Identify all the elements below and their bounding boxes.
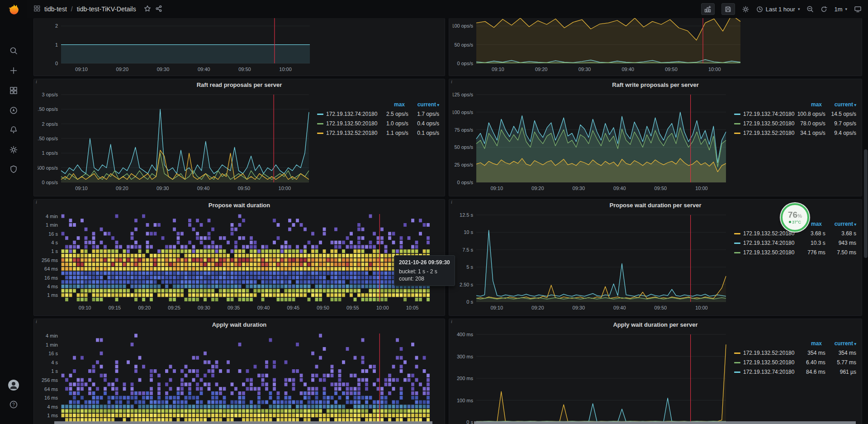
legend-series-name[interactable]: 172.19.132.74:20180 [317,110,377,118]
series-color-marker [734,233,740,234]
kiosk-tv-icon[interactable] [854,5,862,13]
svg-text:2.50 ops/s: 2.50 ops/s [38,106,58,112]
svg-text:100 ops/s: 100 ops/s [453,110,473,115]
svg-text:125 ops/s: 125 ops/s [453,92,473,97]
heatmap-canvas[interactable]: 4 min1 min16 s4 s1 s256 ms64 ms16 ms4 ms… [38,332,442,424]
svg-text:09:30: 09:30 [198,305,210,310]
svg-text:2 ops/s: 2 ops/s [42,121,58,127]
legend-max-value: 1.1 ops/s [377,129,408,137]
dashboards-icon[interactable] [9,86,19,96]
legend-series-name[interactable]: 172.19.132.50:20180 [734,359,794,367]
legend-header-max[interactable]: max [787,101,822,109]
legend-header-max[interactable]: max [787,340,822,348]
favorite-star-icon[interactable] [144,5,151,14]
search-icon[interactable] [9,46,19,56]
user-avatar[interactable] [8,379,19,391]
panel-info-icon[interactable]: i [451,200,452,205]
legend-current-value: 943 ms [825,239,856,247]
chart-canvas[interactable]: 3 ops/s2.50 ops/s2 ops/s1.50 ops/s1 ops/… [38,92,313,193]
svg-text:09:30: 09:30 [573,305,585,310]
panel-title[interactable]: Apply wait duration per server [449,321,862,328]
legend-header-max[interactable]: max [370,101,405,109]
legend-series-name[interactable]: 172.19.132.52:20180 [734,230,794,238]
thermometer-icon [789,221,791,223]
refresh-interval-dropdown[interactable]: 1m ▾ [834,6,847,13]
legend-current-value: 354 ms [825,349,856,357]
legend-series-name[interactable]: 172.19.132.50:20180 [734,249,794,257]
legend-series-name[interactable]: 172.19.132.52:20180 [734,349,794,357]
configuration-gear-icon[interactable] [9,145,19,155]
explore-compass-icon[interactable] [9,106,19,116]
grafana-logo[interactable] [6,3,21,18]
breadcrumb-folder[interactable]: tidb-test [44,5,67,13]
dashboard-settings-gear-icon[interactable] [742,5,749,13]
legend-max-value: 1.0 ops/s [377,120,408,128]
legend: maxcurrent ▾172.19.132.74:20180100.8 ops… [734,100,856,138]
legend-header-current[interactable]: current ▾ [822,340,856,348]
legend-header-current[interactable]: current ▾ [822,101,856,109]
series-color-marker [734,362,740,363]
navbar-actions: Last 1 hour ▾ 1m ▾ [701,3,862,15]
chart-canvas[interactable]: 12.5 s10 s7.5 s5 s2.50 s0 s09:1009:2009:… [453,212,730,313]
legend-header-current[interactable]: current ▾ [405,101,439,109]
series-color-marker [734,114,740,115]
panel-title[interactable]: Raft write proposals per server [449,81,862,88]
legend-series-name[interactable]: 172.19.132.50:20180 [317,120,377,128]
zoom-out-button[interactable] [806,5,814,13]
refresh-button[interactable] [821,6,827,13]
breadcrumb-dashboard-title[interactable]: tidb-test-TiKV-Details [77,5,136,13]
svg-text:2: 2 [55,23,58,29]
share-icon[interactable] [155,5,162,14]
svg-text:10:00: 10:00 [695,186,708,191]
svg-text:300 ms: 300 ms [457,354,474,359]
panel-top-right-partial: 100 ops/s50 ops/s0 ops/s09:1009:2009:300… [449,18,862,76]
panel-info-icon[interactable]: i [36,79,37,84]
panel-info-icon[interactable]: i [36,319,37,324]
legend-series-name[interactable]: 172.19.132.52:20180 [317,129,377,137]
panel-info-icon[interactable]: i [36,200,37,205]
create-plus-icon[interactable] [9,66,19,76]
help-icon[interactable]: ? [9,400,19,410]
svg-text:09:50: 09:50 [238,186,251,191]
legend-series-name[interactable]: 172.19.132.74:20180 [734,239,794,247]
panel-apply-wait-duration-per-server: i Apply wait duration per server 400 ms3… [449,319,862,424]
legend-row: 172.19.132.50:20180776 ms7.50 ms [734,248,856,257]
legend-row: 172.19.132.52:201801.1 ops/s0.1 ops/s [317,129,439,138]
chart-canvas[interactable]: 125 ops/s100 ops/s75 ops/s50 ops/s25 ops… [453,92,730,193]
panel-info-icon[interactable]: i [451,319,452,324]
panel-info-icon[interactable]: i [451,79,452,84]
legend-series-name[interactable]: 172.19.132.74:20180 [734,110,794,118]
series-color-marker [734,372,740,373]
svg-text:09:10: 09:10 [490,186,503,191]
alerting-bell-icon[interactable] [9,125,19,135]
svg-text:75 ops/s: 75 ops/s [454,127,473,133]
chart-canvas[interactable]: 21009:1009:2009:3009:4009:5010:00 [38,18,313,75]
svg-text:0 s: 0 s [466,419,473,424]
svg-text:0 ops/s: 0 ops/s [457,180,474,185]
series-color-marker [317,123,323,124]
sort-caret-icon: ▾ [436,103,439,107]
time-range-picker[interactable]: Last 1 hour ▾ [756,6,800,13]
svg-text:4 s: 4 s [51,240,58,245]
heatmap-canvas[interactable]: 4 min1 min16 s4 s1 s256 ms64 ms16 ms4 ms… [38,212,442,313]
panel-title[interactable]: Propose wait duration [34,202,445,209]
panel-title[interactable]: Raft read proposals per server [34,81,445,88]
save-dashboard-button[interactable] [721,3,735,15]
svg-text:64 ms: 64 ms [44,386,58,392]
vertical-scrollbar-thumb[interactable] [864,149,868,258]
svg-text:16 ms: 16 ms [44,395,58,400]
svg-text:0 ops/s: 0 ops/s [457,61,474,66]
server-admin-shield-icon[interactable] [9,165,19,175]
legend-header-current[interactable]: current ▾ [822,220,856,229]
svg-text:10:00: 10:00 [376,305,389,310]
legend-series-name[interactable]: 172.19.132.52:20180 [734,129,794,137]
chart-canvas[interactable]: 100 ops/s50 ops/s0 ops/s09:1009:2009:300… [453,18,744,75]
tooltip-bucket: bucket: 1 s - 2 s [399,268,450,275]
legend-series-name[interactable]: 172.19.132.74:20180 [734,368,794,376]
legend-series-name[interactable]: 172.19.132.50:20180 [734,120,794,128]
sidebar: ? [0,0,27,424]
add-panel-button[interactable] [701,3,715,15]
chart-canvas[interactable]: 400 ms300 ms200 ms100 ms0 s09:1009:2009:… [453,332,730,424]
panel-title[interactable]: Apply wait duration [34,321,445,328]
legend-max-value: 354 ms [794,349,825,357]
